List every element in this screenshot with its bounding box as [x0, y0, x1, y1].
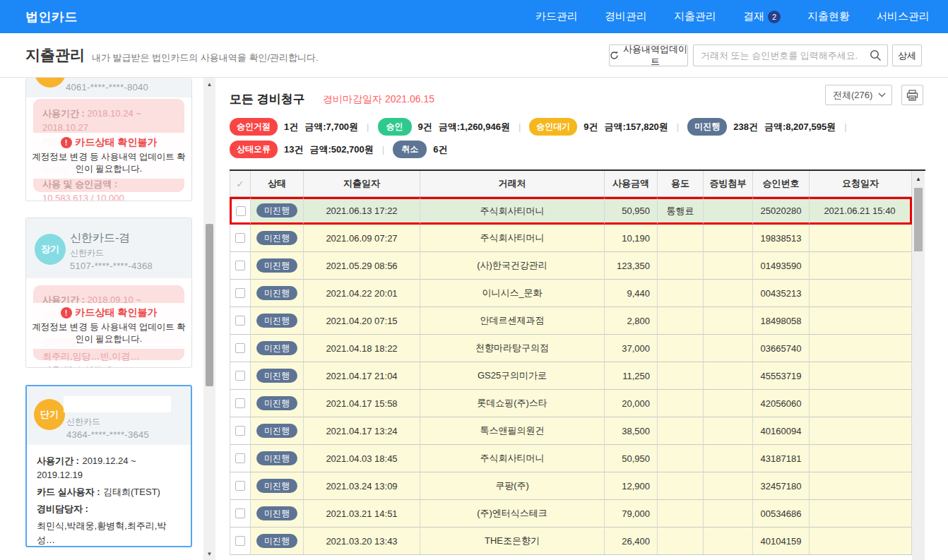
summary-item: 취소6건 — [393, 141, 447, 158]
divider: | — [367, 121, 369, 132]
cell-approval: 40160094 — [753, 417, 810, 445]
print-button[interactable] — [901, 85, 923, 105]
table-row[interactable]: 미진행2021.04.17 13:24톡스앤필의원건38,50040160094 — [230, 417, 912, 445]
card-number: 5107-****-****-4368 — [70, 261, 153, 271]
row-checkbox[interactable] — [235, 536, 245, 546]
row-checkbox[interactable] — [235, 508, 245, 518]
card-item-1[interactable]: 4061-****-****-8040 사용기간 : 2018.10.24 ~ … — [25, 78, 192, 201]
table-row[interactable]: 미진행2021.04.17 21:04GS25구의미가로11,250455537… — [230, 362, 912, 390]
search-icon[interactable] — [870, 49, 882, 61]
chevron-down-icon — [878, 93, 886, 97]
row-checkbox[interactable] — [235, 343, 245, 353]
cell-date: 2021.04.17 13:24 — [304, 417, 420, 445]
nav-item-spending-management[interactable]: 지출관리 — [674, 10, 716, 23]
cell-proof — [704, 307, 753, 335]
cell-checkbox — [230, 307, 251, 335]
cell-usage — [658, 335, 704, 362]
table-row[interactable]: 미진행2021.04.03 18:45주식회사티머니50,95043187181 — [230, 445, 912, 472]
usage-update-button[interactable]: 사용내역업데이트 — [609, 44, 688, 66]
refresh-icon — [610, 51, 619, 60]
row-checkbox[interactable] — [236, 206, 246, 216]
row-checkbox[interactable] — [235, 288, 245, 298]
cell-proof — [704, 252, 753, 280]
card-status-alert: !카드상태 확인불가 계정정보 변경 등 사용내역 업데이트 확인이 필요합니다… — [29, 133, 189, 179]
table-row[interactable]: 미진행2021.03.24 13:09쿠팡(주)12,90032457180 — [230, 472, 912, 500]
row-checkbox[interactable] — [235, 453, 245, 463]
card-issuer: 신한카드 — [66, 416, 149, 428]
cell-usage: 통행료 — [658, 197, 704, 225]
cell-checkbox — [230, 445, 251, 472]
approval-count-badge: 2 — [768, 11, 781, 23]
scroll-up-arrow[interactable]: ▲ — [912, 172, 925, 185]
sidebar-scrollbar[interactable]: ▲ ▼ — [203, 78, 215, 560]
cell-date: 2021.04.20 07:15 — [304, 307, 420, 335]
filter-select[interactable]: 전체(276) — [825, 85, 892, 105]
exclamation-icon: ! — [61, 137, 72, 148]
table-row[interactable]: 미진행2021.04.20 07:15안데르센제과점2,80018498058 — [230, 307, 912, 335]
cell-requested — [810, 528, 912, 555]
detail-search-button[interactable]: 상세 — [892, 44, 922, 66]
cell-date: 2021.03.21 14:51 — [304, 500, 420, 528]
scroll-down-arrow[interactable]: ▼ — [203, 547, 215, 560]
row-checkbox[interactable] — [235, 398, 245, 408]
summary-count: 1건 — [284, 121, 298, 133]
cell-status: 미진행 — [251, 390, 304, 417]
card-item-3-selected[interactable]: 단기 신한카드 4364-****-****-3645 사용기간 : 2019.… — [25, 385, 192, 547]
cell-requested — [810, 362, 912, 390]
scroll-up-arrow[interactable]: ▲ — [203, 78, 215, 90]
row-checkbox[interactable] — [235, 233, 245, 243]
cell-checkbox — [230, 280, 251, 307]
summary-status-pill: 취소 — [393, 141, 427, 158]
cell-usage — [658, 390, 704, 417]
table-row[interactable]: 미진행2021.06.09 07:27주식회사티머니10,19019838513 — [230, 225, 912, 252]
cell-requested — [810, 280, 912, 307]
nav-item-card-management[interactable]: 카드관리 — [535, 10, 578, 23]
table-row[interactable]: 미진행2021.03.21 14:51(주)엔터식스테크79,000005346… — [230, 500, 912, 528]
row-checkbox[interactable] — [235, 481, 245, 491]
column-header: 지출일자 — [304, 171, 420, 197]
cell-date: 2021.04.17 21:04 — [304, 362, 420, 390]
cell-merchant: (주)엔터식스테크 — [420, 500, 605, 528]
column-header: 상태 — [251, 171, 304, 197]
nav-item-spending-status[interactable]: 지출현황 — [807, 10, 850, 23]
table-row-highlighted[interactable]: 미진행2021.06.13 17:22주식회사티머니50,950통행료25020… — [230, 197, 912, 225]
cell-approval: 42056060 — [753, 390, 810, 417]
divider: | — [677, 121, 679, 132]
status-pill: 미진행 — [256, 534, 297, 548]
nav-item-approval[interactable]: 결재 2 — [743, 10, 781, 23]
cell-requested — [810, 445, 912, 472]
nav-item-service-management[interactable]: 서비스관리 — [877, 10, 930, 23]
cell-requested — [810, 417, 912, 445]
row-checkbox[interactable] — [235, 261, 245, 270]
cell-approval: 19838513 — [753, 225, 810, 252]
app-brand: 법인카드 — [25, 8, 78, 25]
row-checkbox[interactable] — [235, 316, 245, 326]
row-checkbox[interactable] — [235, 371, 245, 381]
cell-merchant: 쿠팡(주) — [420, 472, 605, 500]
cell-approval: 32457180 — [753, 472, 810, 500]
cell-checkbox — [230, 528, 251, 555]
cell-approval: 01493590 — [753, 252, 810, 280]
row-checkbox[interactable] — [235, 426, 245, 436]
card-item-2[interactable]: 장기 신한카드-겸 신한카드 5107-****-****-4368 사용기간 … — [25, 218, 192, 368]
cell-proof — [704, 362, 753, 390]
table-row[interactable]: 미진행2021.03.20 13:43THE조은향기26,40040104159 — [230, 528, 912, 555]
nav-item-expense-management[interactable]: 경비관리 — [605, 10, 647, 23]
table-row[interactable]: 미진행2021.04.22 20:01이니시스_문화9,44000435213 — [230, 280, 912, 307]
summary-count: 13건 — [284, 143, 303, 156]
column-header: 사용금액 — [605, 171, 658, 197]
cell-date: 2021.03.24 13:09 — [304, 472, 420, 500]
cell-amount: 12,900 — [605, 472, 658, 500]
cell-approval: 43187181 — [753, 445, 810, 472]
cell-proof — [704, 390, 753, 417]
table-row[interactable]: 미진행2021.04.17 15:58롯데쇼핑(주)스타20,000420560… — [230, 390, 912, 417]
sidebar-scroll-thumb[interactable] — [206, 224, 213, 386]
print-icon — [906, 90, 918, 101]
search-input[interactable] — [694, 50, 870, 61]
card-number: 4364-****-****-3645 — [66, 429, 149, 440]
table-row[interactable]: 미진행2021.05.29 08:56(사)한국건강관리123,35001493… — [230, 252, 912, 280]
table-row[interactable]: 미진행2021.04.18 18:22천향마라탕구의점37,0000366574… — [230, 335, 912, 362]
cell-status: 미진행 — [251, 362, 304, 390]
table-scrollbar[interactable]: ▲ — [912, 171, 925, 560]
table-scroll-thumb[interactable] — [914, 188, 923, 251]
